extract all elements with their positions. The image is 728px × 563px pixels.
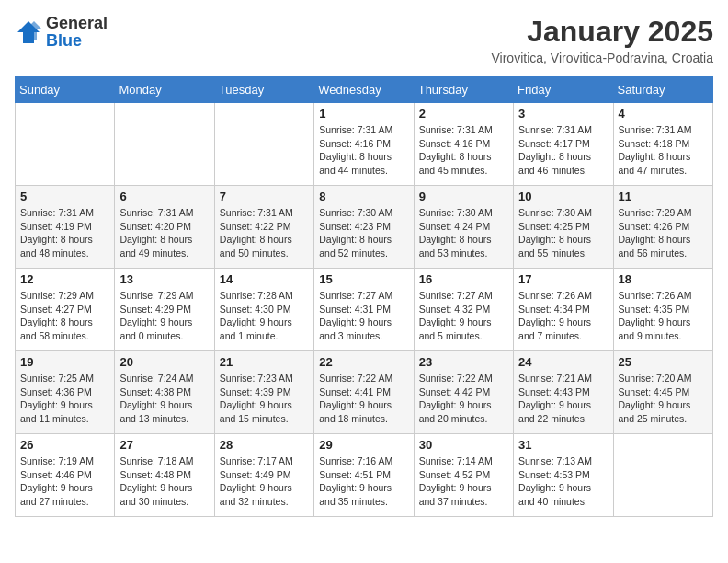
calendar-cell: 28Sunrise: 7:17 AM Sunset: 4:49 PM Dayli… <box>214 434 313 517</box>
day-info: Sunrise: 7:13 AM Sunset: 4:53 PM Dayligh… <box>518 454 608 509</box>
day-info: Sunrise: 7:16 AM Sunset: 4:51 PM Dayligh… <box>319 454 408 509</box>
calendar-cell: 6Sunrise: 7:31 AM Sunset: 4:20 PM Daylig… <box>115 186 214 269</box>
calendar-cell: 20Sunrise: 7:24 AM Sunset: 4:38 PM Dayli… <box>115 351 214 434</box>
day-number: 26 <box>20 438 109 452</box>
calendar-cell: 13Sunrise: 7:29 AM Sunset: 4:29 PM Dayli… <box>115 269 214 351</box>
calendar-cell: 1Sunrise: 7:31 AM Sunset: 4:16 PM Daylig… <box>314 103 414 186</box>
day-info: Sunrise: 7:22 AM Sunset: 4:41 PM Dayligh… <box>319 372 408 426</box>
day-number: 30 <box>419 438 508 452</box>
weekday-header-cell: Thursday <box>414 77 513 103</box>
calendar-cell <box>16 103 115 186</box>
weekday-header-cell: Saturday <box>613 77 712 103</box>
day-number: 21 <box>220 355 309 369</box>
calendar-cell: 21Sunrise: 7:23 AM Sunset: 4:39 PM Dayli… <box>214 351 313 434</box>
day-number: 11 <box>619 190 708 203</box>
day-number: 4 <box>619 107 708 121</box>
calendar-table: SundayMondayTuesdayWednesdayThursdayFrid… <box>15 76 713 517</box>
day-number: 28 <box>220 438 309 452</box>
calendar-cell: 26Sunrise: 7:19 AM Sunset: 4:46 PM Dayli… <box>16 434 115 517</box>
day-number: 22 <box>319 355 408 369</box>
day-info: Sunrise: 7:31 AM Sunset: 4:17 PM Dayligh… <box>518 123 608 178</box>
calendar-week-row: 26Sunrise: 7:19 AM Sunset: 4:46 PM Dayli… <box>16 434 713 517</box>
day-info: Sunrise: 7:31 AM Sunset: 4:22 PM Dayligh… <box>220 206 309 260</box>
calendar-cell: 9Sunrise: 7:30 AM Sunset: 4:24 PM Daylig… <box>414 186 513 269</box>
calendar-week-row: 1Sunrise: 7:31 AM Sunset: 4:16 PM Daylig… <box>16 103 713 186</box>
day-number: 2 <box>419 107 508 121</box>
calendar-cell: 7Sunrise: 7:31 AM Sunset: 4:22 PM Daylig… <box>214 186 313 269</box>
calendar-cell: 29Sunrise: 7:16 AM Sunset: 4:51 PM Dayli… <box>314 434 414 517</box>
calendar-cell: 14Sunrise: 7:28 AM Sunset: 4:30 PM Dayli… <box>214 269 313 351</box>
calendar-cell: 27Sunrise: 7:18 AM Sunset: 4:48 PM Dayli… <box>115 434 214 517</box>
day-info: Sunrise: 7:26 AM Sunset: 4:35 PM Dayligh… <box>619 289 708 343</box>
day-number: 10 <box>518 190 608 203</box>
day-number: 29 <box>319 438 408 452</box>
day-number: 17 <box>518 272 608 286</box>
weekday-header: SundayMondayTuesdayWednesdayThursdayFrid… <box>16 77 713 103</box>
day-number: 3 <box>518 107 608 121</box>
calendar-week-row: 19Sunrise: 7:25 AM Sunset: 4:36 PM Dayli… <box>16 351 713 434</box>
day-info: Sunrise: 7:22 AM Sunset: 4:42 PM Dayligh… <box>419 372 508 426</box>
day-info: Sunrise: 7:25 AM Sunset: 4:36 PM Dayligh… <box>20 372 109 426</box>
day-number: 20 <box>119 355 209 369</box>
calendar-cell: 11Sunrise: 7:29 AM Sunset: 4:26 PM Dayli… <box>613 186 712 269</box>
day-info: Sunrise: 7:27 AM Sunset: 4:32 PM Dayligh… <box>419 289 508 343</box>
day-number: 27 <box>119 438 209 452</box>
day-info: Sunrise: 7:30 AM Sunset: 4:24 PM Dayligh… <box>419 206 508 260</box>
day-info: Sunrise: 7:29 AM Sunset: 4:29 PM Dayligh… <box>119 289 209 343</box>
day-info: Sunrise: 7:14 AM Sunset: 4:52 PM Dayligh… <box>419 454 508 509</box>
calendar-cell <box>613 434 712 517</box>
day-info: Sunrise: 7:31 AM Sunset: 4:20 PM Dayligh… <box>119 206 209 260</box>
day-info: Sunrise: 7:26 AM Sunset: 4:34 PM Dayligh… <box>518 289 608 343</box>
day-info: Sunrise: 7:31 AM Sunset: 4:18 PM Dayligh… <box>619 123 708 178</box>
header: General Blue January 2025 Virovitica, Vi… <box>15 15 713 65</box>
calendar-week-row: 12Sunrise: 7:29 AM Sunset: 4:27 PM Dayli… <box>16 269 713 351</box>
calendar-cell: 31Sunrise: 7:13 AM Sunset: 4:53 PM Dayli… <box>514 434 613 517</box>
calendar-cell: 24Sunrise: 7:21 AM Sunset: 4:43 PM Dayli… <box>514 351 613 434</box>
logo: General Blue <box>15 15 108 50</box>
day-info: Sunrise: 7:31 AM Sunset: 4:19 PM Dayligh… <box>20 206 109 260</box>
day-info: Sunrise: 7:30 AM Sunset: 4:23 PM Dayligh… <box>319 206 408 260</box>
calendar-body: 1Sunrise: 7:31 AM Sunset: 4:16 PM Daylig… <box>16 103 713 517</box>
day-info: Sunrise: 7:24 AM Sunset: 4:38 PM Dayligh… <box>119 372 209 426</box>
calendar-cell: 16Sunrise: 7:27 AM Sunset: 4:32 PM Dayli… <box>414 269 513 351</box>
calendar-cell: 3Sunrise: 7:31 AM Sunset: 4:17 PM Daylig… <box>514 103 613 186</box>
day-number: 18 <box>619 272 708 286</box>
logo-icon <box>15 18 42 46</box>
calendar-cell: 12Sunrise: 7:29 AM Sunset: 4:27 PM Dayli… <box>16 269 115 351</box>
calendar-cell: 15Sunrise: 7:27 AM Sunset: 4:31 PM Dayli… <box>314 269 414 351</box>
day-number: 25 <box>619 355 708 369</box>
weekday-header-cell: Tuesday <box>214 77 313 103</box>
weekday-header-cell: Friday <box>514 77 613 103</box>
day-info: Sunrise: 7:17 AM Sunset: 4:49 PM Dayligh… <box>220 454 309 509</box>
day-number: 7 <box>220 190 309 203</box>
calendar-cell: 25Sunrise: 7:20 AM Sunset: 4:45 PM Dayli… <box>613 351 712 434</box>
title-area: January 2025 Virovitica, Virovitica-Podr… <box>492 15 713 65</box>
calendar-cell: 10Sunrise: 7:30 AM Sunset: 4:25 PM Dayli… <box>514 186 613 269</box>
day-info: Sunrise: 7:29 AM Sunset: 4:26 PM Dayligh… <box>619 206 708 260</box>
day-info: Sunrise: 7:18 AM Sunset: 4:48 PM Dayligh… <box>119 454 209 509</box>
calendar-cell: 8Sunrise: 7:30 AM Sunset: 4:23 PM Daylig… <box>314 186 414 269</box>
day-number: 5 <box>20 190 109 203</box>
calendar-cell <box>214 103 313 186</box>
calendar-cell: 4Sunrise: 7:31 AM Sunset: 4:18 PM Daylig… <box>613 103 712 186</box>
day-number: 6 <box>119 190 209 203</box>
day-info: Sunrise: 7:21 AM Sunset: 4:43 PM Dayligh… <box>518 372 608 426</box>
day-info: Sunrise: 7:30 AM Sunset: 4:25 PM Dayligh… <box>518 206 608 260</box>
day-number: 19 <box>20 355 109 369</box>
calendar-cell: 5Sunrise: 7:31 AM Sunset: 4:19 PM Daylig… <box>16 186 115 269</box>
calendar-cell: 22Sunrise: 7:22 AM Sunset: 4:41 PM Dayli… <box>314 351 414 434</box>
day-info: Sunrise: 7:19 AM Sunset: 4:46 PM Dayligh… <box>20 454 109 509</box>
day-number: 12 <box>20 272 109 286</box>
day-info: Sunrise: 7:28 AM Sunset: 4:30 PM Dayligh… <box>220 289 309 343</box>
day-info: Sunrise: 7:23 AM Sunset: 4:39 PM Dayligh… <box>220 372 309 426</box>
day-number: 16 <box>419 272 508 286</box>
day-number: 13 <box>119 272 209 286</box>
day-info: Sunrise: 7:31 AM Sunset: 4:16 PM Dayligh… <box>319 123 408 178</box>
calendar-week-row: 5Sunrise: 7:31 AM Sunset: 4:19 PM Daylig… <box>16 186 713 269</box>
day-number: 1 <box>319 107 408 121</box>
day-number: 15 <box>319 272 408 286</box>
location-title: Virovitica, Virovitica-Podravina, Croati… <box>492 51 713 65</box>
day-number: 24 <box>518 355 608 369</box>
day-number: 8 <box>319 190 408 203</box>
calendar-cell: 19Sunrise: 7:25 AM Sunset: 4:36 PM Dayli… <box>16 351 115 434</box>
